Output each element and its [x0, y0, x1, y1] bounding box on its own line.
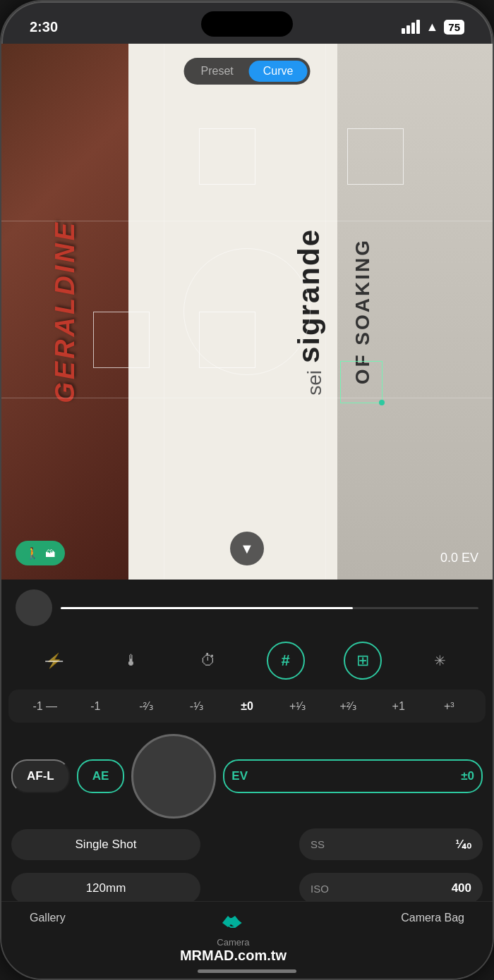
overlay-button[interactable]: ⊞: [344, 642, 382, 680]
book-center-subtitle: sei: [303, 370, 326, 396]
focus-box-small: [340, 361, 382, 403]
ev-stop-minus13[interactable]: -¹⁄₃: [171, 697, 222, 716]
status-right: ▲ 75: [402, 20, 464, 35]
ev-stop-plus1[interactable]: +1: [373, 697, 424, 716]
signal-bar-3: [411, 23, 415, 34]
subject-detection-badge[interactable]: 🚶 🏔: [16, 541, 65, 565]
ev-current-value: ±0: [461, 769, 474, 783]
overlay-icon: ⊞: [356, 651, 369, 670]
camera-brand-name: MRMAD.com.tw: [180, 948, 287, 964]
flash-button[interactable]: ⚡: [35, 642, 73, 680]
book-left-title: GERALDINE: [50, 220, 80, 403]
exposure-dot: [16, 589, 52, 626]
temperature-icon: 🌡: [124, 651, 139, 670]
book-right: OF SOAKING: [337, 44, 493, 580]
camera-label: Camera: [217, 937, 249, 948]
sun-icon: ✳: [434, 652, 446, 669]
ss-value: ¹⁄₄₀: [456, 837, 472, 852]
signal-bar-4: [416, 20, 420, 34]
camera-logo-icon: [215, 912, 251, 934]
gallery-nav[interactable]: Gallery: [30, 912, 66, 924]
timer-icon: ⏱: [200, 651, 216, 670]
ev-display: 0.0 EV: [440, 551, 478, 565]
focal-length-button[interactable]: 120mm: [11, 873, 200, 904]
person-icon: 🚶: [25, 546, 40, 560]
status-time: 2:30: [30, 19, 58, 35]
iso-label: ISO: [311, 883, 329, 895]
focus-square-top-right: [347, 128, 404, 185]
ev-stop-plus13[interactable]: +¹⁄₃: [272, 697, 323, 716]
ev-label: EV: [231, 769, 248, 783]
focus-square-top: [199, 128, 255, 185]
afl-button[interactable]: AF-L: [11, 759, 70, 793]
phone-shell: 2:30 ▲ 75 GERALDINE sigrande sei: [0, 0, 494, 980]
preset-toggle[interactable]: Preset: [187, 61, 248, 82]
focus-circle: [183, 248, 311, 375]
timer-button[interactable]: ⏱: [189, 642, 227, 680]
wifi-icon: ▲: [426, 20, 438, 35]
chevron-down-button[interactable]: ▼: [230, 532, 264, 565]
exposure-row: [1, 580, 493, 636]
ev-stop-minus1[interactable]: -1: [71, 697, 121, 716]
curve-toggle[interactable]: Curve: [249, 61, 308, 82]
viewfinder: GERALDINE sigrande sei OF SOAKING: [1, 44, 493, 580]
chevron-down-icon: ▼: [240, 541, 254, 557]
focus-dot-green: [379, 400, 385, 405]
ev-stops-row: -1 — -1 -²⁄₃ -¹⁄₃ ±0 +¹⁄₃ +²⁄₃ +1 +³: [8, 690, 486, 723]
exposure-slider-fill: [61, 607, 353, 609]
focus-square-left: [93, 312, 150, 368]
dynamic-island: [201, 11, 293, 37]
grid-icon: #: [282, 651, 290, 670]
camera-brand-sub: Camera: [180, 937, 287, 948]
signal-bar-2: [406, 25, 410, 34]
ev-control-button[interactable]: EV ±0: [223, 759, 483, 793]
temperature-button[interactable]: 🌡: [112, 642, 150, 680]
ev-stop-plus3[interactable]: +³: [424, 697, 475, 716]
home-indicator: [198, 969, 296, 973]
sun-button[interactable]: ✳: [421, 642, 459, 680]
grid-button[interactable]: #: [267, 642, 305, 680]
ae-button[interactable]: AE: [77, 759, 125, 793]
iso-value: 400: [452, 881, 471, 895]
bottom-nav: Gallery Camera MRMAD.com.tw Camera Bag: [1, 901, 493, 979]
flash-icon: ⚡: [45, 652, 63, 669]
landscape-icon: 🏔: [45, 548, 55, 559]
single-shot-button[interactable]: Single Shot: [11, 829, 200, 860]
ev-stop-plus23[interactable]: +²⁄₃: [323, 697, 373, 716]
preset-curve-toggle[interactable]: Preset Curve: [184, 58, 311, 85]
ss-label: SS: [311, 838, 325, 850]
info-row-1: Single Shot SS ¹⁄₄₀: [1, 824, 493, 864]
ev-stop-minus23[interactable]: -²⁄₃: [121, 697, 171, 716]
icons-row: ⚡ 🌡 ⏱ # ⊞ ✳: [1, 636, 493, 690]
camera-bag-nav[interactable]: Camera Bag: [401, 912, 464, 924]
iso-button[interactable]: ISO 400: [299, 873, 483, 904]
ev-stop-minus1dash[interactable]: -1 —: [20, 697, 71, 716]
signal-bars: [402, 20, 420, 34]
controls-area: ⚡ 🌡 ⏱ # ⊞ ✳ -1 — -1 -²⁄₃ -¹⁄₃ ±0: [1, 580, 493, 979]
action-row: AF-L AE EV ±0: [1, 728, 493, 824]
ss-button[interactable]: SS ¹⁄₄₀: [299, 828, 483, 860]
camera-nav-center[interactable]: Camera MRMAD.com.tw: [180, 912, 287, 964]
battery-indicator: 75: [444, 20, 464, 35]
signal-bar-1: [402, 28, 405, 34]
shutter-button[interactable]: [131, 734, 216, 819]
ev-stop-zero[interactable]: ±0: [222, 697, 272, 716]
exposure-slider-track[interactable]: [61, 607, 478, 609]
